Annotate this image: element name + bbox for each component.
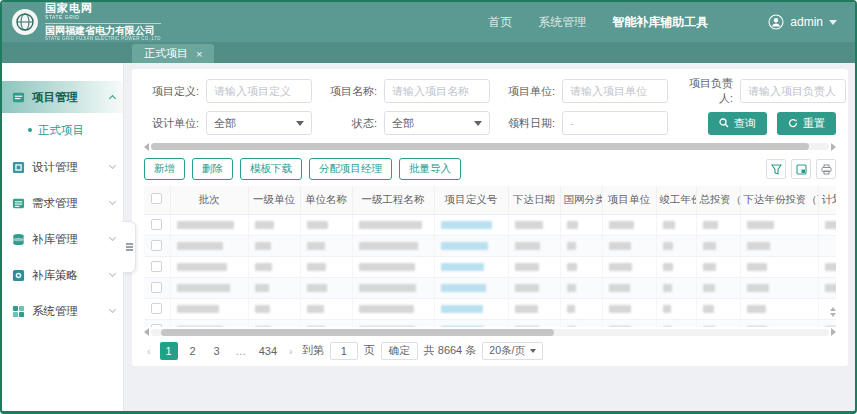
project-leader-input[interactable] (740, 79, 846, 103)
project-definition-link[interactable] (441, 305, 484, 313)
brand-company-en: STATE GRID FUJIAN ELECTRIC POWER CO.,LTD (45, 37, 161, 42)
redacted-cell (359, 221, 422, 229)
project-definition-input[interactable] (206, 79, 312, 103)
delete-button[interactable]: 删除 (192, 158, 233, 180)
project-unit-input[interactable] (562, 79, 668, 103)
row-checkbox[interactable] (151, 240, 162, 251)
sidebar-item-design-management[interactable]: 设计管理 (2, 151, 123, 183)
select-all-checkbox[interactable] (151, 193, 162, 204)
redacted-cell (663, 242, 674, 250)
printer-icon (821, 164, 832, 175)
confirm-button[interactable]: 确定 (381, 342, 418, 360)
export-window-button[interactable] (791, 159, 811, 179)
scroll-down-icon[interactable] (830, 313, 836, 317)
redacted-cell (515, 284, 540, 292)
sidebar-item-demand-management[interactable]: 需求管理 (2, 187, 123, 219)
batch-import-button[interactable]: 批量导入 (399, 158, 461, 180)
project-name-label: 项目名称: (322, 84, 384, 99)
table-horizontal-scrollbar[interactable] (144, 329, 836, 336)
scrollbar-thumb[interactable] (161, 329, 554, 336)
column-header: 总投资（… (696, 186, 740, 214)
sidebar-item-replenish-strategy[interactable]: 补库策略 (2, 259, 123, 291)
project-definition-link[interactable] (441, 263, 485, 271)
column-header: 国网分类 (560, 186, 602, 214)
project-definition-link[interactable] (441, 326, 485, 327)
column-header: 竣工年份 (656, 186, 696, 214)
next-page-button[interactable]: › (286, 345, 296, 357)
select-caret-icon (296, 121, 304, 126)
scroll-right-icon[interactable] (831, 143, 836, 151)
row-checkbox[interactable] (151, 282, 162, 293)
reset-button[interactable]: 重置 (777, 112, 836, 135)
scroll-right-icon[interactable] (831, 328, 836, 336)
row-checkbox[interactable] (151, 219, 162, 230)
scroll-left-icon[interactable] (144, 143, 149, 151)
project-definition-link[interactable] (441, 284, 486, 292)
project-definition-label: 项目定义: (144, 84, 206, 99)
page-button-2[interactable]: 2 (184, 342, 202, 360)
redacted-cell (825, 326, 837, 327)
page-button-3[interactable]: 3 (208, 342, 226, 360)
redacted-cell (663, 284, 673, 292)
nav-smart-replenish-tool[interactable]: 智能补库辅助工具 (612, 14, 708, 31)
jump-suffix-label: 页 (364, 343, 375, 358)
material-date-label: 领料日期: (500, 116, 562, 131)
sidebar-item-formal-project[interactable]: 正式项目 (2, 117, 123, 143)
design-unit-select[interactable]: 全部 (206, 111, 312, 135)
project-name-input[interactable] (384, 79, 490, 103)
vertical-scroll-arrows[interactable] (830, 307, 836, 317)
grid-icon (12, 305, 25, 318)
assign-project-manager-button[interactable]: 分配项目经理 (309, 158, 392, 180)
page-button-434[interactable]: 434 (256, 342, 280, 360)
globe-icon (15, 12, 35, 32)
redacted-cell (567, 263, 577, 271)
page-button-1[interactable]: 1 (160, 342, 178, 360)
redacted-cell (515, 305, 538, 313)
print-button[interactable] (816, 159, 836, 179)
redacted-cell (177, 242, 224, 250)
user-menu[interactable]: admin (768, 14, 837, 30)
prev-page-button[interactable]: ‹ (144, 345, 154, 357)
nav-home[interactable]: 首页 (488, 14, 512, 31)
material-date-input[interactable] (562, 111, 668, 135)
scrollbar-thumb[interactable] (151, 143, 809, 150)
redacted-cell (177, 326, 224, 327)
column-header: 一级单位 (248, 186, 300, 214)
project-leader-label: 项目负责人: (678, 76, 740, 106)
tab-formal-project[interactable]: 正式项目 × (132, 44, 214, 63)
redacted-cell (359, 305, 414, 313)
brand-company-cn: 国网福建省电力有限公司 (45, 23, 161, 36)
filter-funnel-button[interactable] (766, 159, 786, 179)
chevron-up-icon (109, 95, 116, 102)
redacted-cell (747, 284, 769, 292)
status-select[interactable]: 全部 (384, 111, 490, 135)
template-download-button[interactable]: 模板下载 (240, 158, 302, 180)
design-unit-label: 设计单位: (144, 116, 206, 131)
select-caret-icon (530, 349, 536, 353)
page-size-select[interactable]: 20条/页 (482, 342, 543, 360)
row-checkbox[interactable] (151, 303, 162, 314)
project-definition-link[interactable] (441, 242, 489, 250)
search-button[interactable]: 查询 (708, 112, 767, 135)
funnel-icon (771, 164, 782, 175)
filter-row-2: 设计单位: 全部 状态: 全部 领料日期: (144, 111, 836, 135)
select-caret-icon (474, 121, 482, 126)
redacted-cell (747, 221, 774, 229)
redacted-cell (177, 221, 234, 229)
row-checkbox[interactable] (151, 324, 162, 327)
nav-system-management[interactable]: 系统管理 (538, 14, 586, 31)
add-button[interactable]: 新增 (144, 158, 185, 180)
sidebar-item-replenish-management[interactable]: 补库管理 (2, 223, 123, 255)
project-definition-link[interactable] (441, 221, 493, 229)
tab-close-icon[interactable]: × (196, 48, 202, 60)
redacted-cell (567, 305, 576, 313)
row-checkbox[interactable] (151, 261, 162, 272)
scroll-left-icon[interactable] (144, 328, 149, 336)
username: admin (790, 15, 823, 29)
sidebar-collapse-handle[interactable] (123, 221, 136, 273)
top-horizontal-scrollbar[interactable] (144, 143, 836, 150)
jump-page-input[interactable] (330, 342, 358, 360)
sidebar-item-system-management[interactable]: 系统管理 (2, 295, 123, 327)
sidebar-item-project-management[interactable]: 项目管理 (2, 81, 123, 113)
scroll-up-icon[interactable] (830, 307, 836, 311)
